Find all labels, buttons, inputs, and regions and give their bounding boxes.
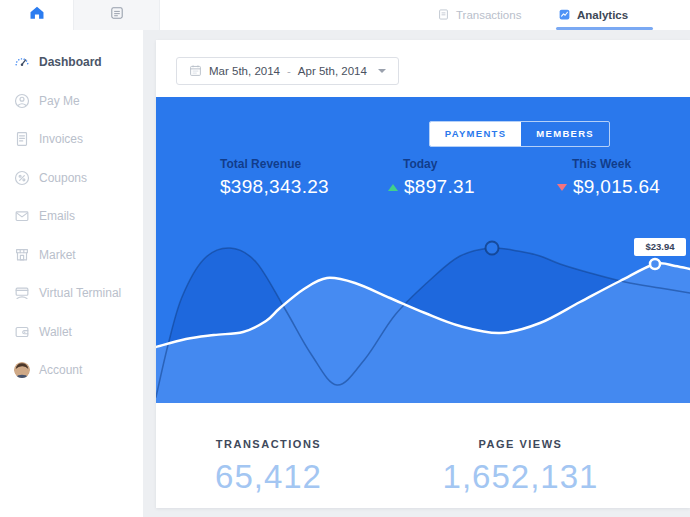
sidebar-item-label: Coupons <box>39 171 87 185</box>
stat-today: Today $897.31 <box>388 157 475 198</box>
envelope-icon <box>13 207 31 225</box>
tab-transactions-label: Transactions <box>456 9 521 21</box>
stat-value: $9,015.64 <box>573 176 660 198</box>
sidebar-item-label: Emails <box>39 209 75 223</box>
trend-down-icon <box>557 184 567 191</box>
members-toggle-button[interactable]: MEMBERS <box>521 122 609 146</box>
sidebar-item-label: Account <box>39 363 82 377</box>
tab-transactions[interactable]: Transactions <box>437 0 521 30</box>
person-icon <box>13 92 31 110</box>
footer-stat-value: 1,652,131 <box>428 458 613 496</box>
menu-list-icon <box>109 5 125 25</box>
stat-this-week: This Week $9,015.64 <box>557 157 660 198</box>
sidebar-item-emails[interactable]: Emails <box>0 197 143 236</box>
transactions-doc-icon <box>437 8 450 23</box>
footer-stat-value: 65,412 <box>176 458 361 496</box>
sidebar-item-coupons[interactable]: Coupons <box>0 159 143 198</box>
footer-stat-page-views: PAGE VIEWS 1,652,131 <box>428 438 613 496</box>
chart-series-toggle: PAYMENTS MEMBERS <box>429 121 610 147</box>
tab-analytics[interactable]: Analytics <box>558 0 628 30</box>
sidebar-item-label: Invoices <box>39 132 83 146</box>
stat-value: $398,343.23 <box>220 176 329 198</box>
sidebar: Dashboard Pay Me Invoices Coupons Emails <box>0 30 143 517</box>
payments-toggle-button[interactable]: PAYMENTS <box>430 122 522 146</box>
storefront-icon <box>13 246 31 264</box>
payments-chart-panel: PAYMENTS MEMBERS Total Revenue $398,343.… <box>156 97 690 403</box>
menu-list-tab[interactable] <box>74 0 160 30</box>
sidebar-item-label: Virtual Terminal <box>39 286 121 300</box>
sidebar-item-market[interactable]: Market <box>0 236 143 275</box>
card-swipe-icon <box>13 284 31 302</box>
sidebar-item-dashboard[interactable]: Dashboard <box>0 43 143 82</box>
footer-stat-label: TRANSACTIONS <box>176 438 361 450</box>
sidebar-item-invoices[interactable]: Invoices <box>0 120 143 159</box>
active-tab-underline <box>556 27 653 30</box>
tab-analytics-label: Analytics <box>577 9 628 21</box>
analytics-card: Mar 5th, 2014 - Apr 5th, 2014 PAYMENTS M… <box>156 40 690 508</box>
date-range-end: Apr 5th, 2014 <box>298 65 367 77</box>
sidebar-item-pay-me[interactable]: Pay Me <box>0 82 143 121</box>
invoice-icon <box>13 130 31 148</box>
wallet-icon <box>13 323 31 341</box>
avatar <box>13 361 31 379</box>
percent-icon <box>13 169 31 187</box>
analytics-chart-icon <box>558 8 571 23</box>
sidebar-item-account[interactable]: Account <box>0 351 143 390</box>
sidebar-item-label: Market <box>39 248 76 262</box>
stat-value: $897.31 <box>404 176 475 198</box>
chart-tooltip: $23.94 <box>634 238 686 256</box>
date-range-start: Mar 5th, 2014 <box>209 65 280 77</box>
stat-total-revenue: Total Revenue $398,343.23 <box>220 157 329 198</box>
footer-stat-transactions: TRANSACTIONS 65,412 <box>176 438 361 496</box>
topbar: Transactions Analytics <box>0 0 690 30</box>
trend-up-icon <box>388 184 398 191</box>
home-button[interactable] <box>0 0 74 30</box>
sidebar-item-wallet[interactable]: Wallet <box>0 313 143 352</box>
app-window: Transactions Analytics Dashboard Pay Me <box>0 0 690 517</box>
footer-stat-label: PAGE VIEWS <box>428 438 613 450</box>
sidebar-item-label: Dashboard <box>39 55 102 69</box>
stat-label: Total Revenue <box>220 157 329 171</box>
sidebar-item-label: Pay Me <box>39 94 80 108</box>
chevron-down-icon <box>378 69 386 73</box>
dashboard-gauge-icon <box>13 53 31 71</box>
stat-label: This Week <box>557 157 660 171</box>
date-range-separator: - <box>287 65 291 77</box>
home-icon <box>28 4 46 26</box>
date-range-picker[interactable]: Mar 5th, 2014 - Apr 5th, 2014 <box>176 57 399 85</box>
sidebar-item-label: Wallet <box>39 325 72 339</box>
stat-label: Today <box>388 157 475 171</box>
calendar-icon <box>189 64 202 79</box>
sidebar-item-virtual-terminal[interactable]: Virtual Terminal <box>0 274 143 313</box>
